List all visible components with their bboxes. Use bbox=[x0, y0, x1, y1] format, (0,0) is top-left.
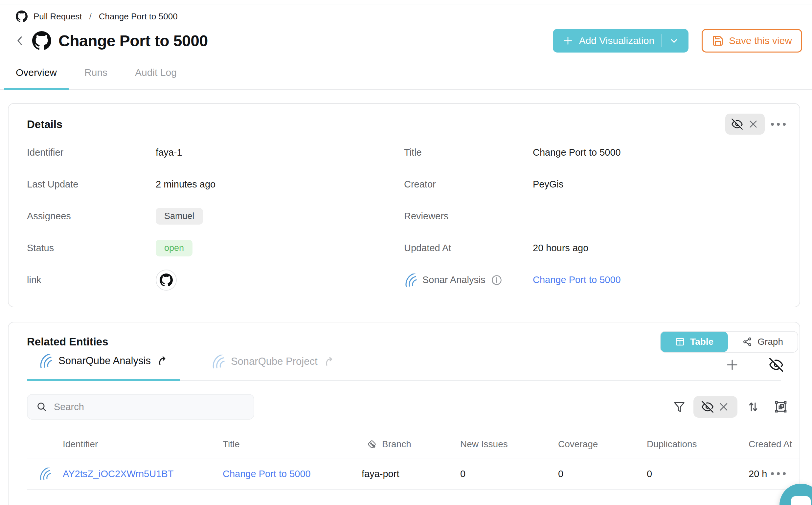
group-by-icon[interactable] bbox=[774, 400, 787, 413]
toggle-table-label: Table bbox=[690, 337, 713, 347]
field-status: Status open bbox=[27, 232, 404, 264]
graph-icon bbox=[743, 337, 752, 347]
relation-arrow-icon bbox=[324, 356, 335, 367]
breadcrumb-entity-type[interactable]: Pull Request bbox=[33, 11, 82, 22]
field-label: Creator bbox=[404, 179, 533, 190]
search-box bbox=[27, 394, 254, 419]
row-identifier-link[interactable]: AY2tsZ_iOC2XWrn5U1BT bbox=[63, 469, 173, 479]
add-visualization-button[interactable]: Add Visualization bbox=[553, 29, 689, 52]
column-identifier[interactable]: Identifier bbox=[63, 439, 223, 450]
toggle-graph[interactable]: Graph bbox=[728, 332, 798, 352]
tab-sonarqube-project[interactable]: SonarQube Project bbox=[199, 354, 347, 380]
row-duplications: 0 bbox=[647, 469, 749, 479]
column-branch-label: Branch bbox=[382, 439, 411, 450]
sonar-icon bbox=[211, 355, 225, 368]
search-input[interactable] bbox=[54, 401, 245, 412]
eye-off-icon[interactable] bbox=[702, 401, 713, 413]
add-visualization-label: Add Visualization bbox=[579, 35, 655, 46]
field-sonar-analysis: Sonar Analysis Change Port to 5000 bbox=[404, 264, 781, 296]
field-identifier: Identifier faya-1 bbox=[27, 137, 404, 168]
field-label: Last Update bbox=[27, 179, 156, 190]
button-divider bbox=[662, 34, 662, 47]
field-assignees: Assignees Samuel bbox=[27, 200, 404, 232]
entity-tabs: SonarQube Analysis SonarQube Project bbox=[27, 354, 781, 381]
filter-icon[interactable] bbox=[673, 400, 685, 413]
field-label: Reviewers bbox=[404, 211, 533, 222]
tab-label: SonarQube Analysis bbox=[58, 355, 151, 367]
tab-runs[interactable]: Runs bbox=[72, 65, 119, 89]
breadcrumb-separator: / bbox=[89, 11, 91, 22]
view-toggle: Table Graph bbox=[660, 331, 798, 353]
page: Pull Request / Change Port to 5000 Chang… bbox=[0, 0, 812, 505]
field-last-update: Last Update 2 minutes ago bbox=[27, 168, 404, 200]
field-creator: Creator PeyGis bbox=[404, 168, 781, 200]
plus-icon bbox=[563, 35, 573, 46]
sonar-icon bbox=[404, 274, 417, 287]
tab-overview[interactable]: Overview bbox=[4, 65, 69, 90]
field-label: Status bbox=[27, 243, 156, 254]
status-badge: open bbox=[156, 240, 192, 257]
sonar-analysis-link[interactable]: Change Port to 5000 bbox=[533, 275, 621, 285]
field-reviewers: Reviewers bbox=[404, 200, 781, 232]
back-button[interactable] bbox=[13, 31, 28, 50]
eye-off-icon[interactable] bbox=[769, 358, 783, 372]
field-value: Change Port to 5000 bbox=[533, 147, 621, 158]
save-icon bbox=[712, 35, 723, 47]
column-new-issues[interactable]: New Issues bbox=[460, 439, 558, 450]
row-branch: faya-port bbox=[362, 469, 460, 479]
info-icon[interactable] bbox=[491, 274, 503, 286]
search-icon bbox=[36, 401, 47, 412]
row-new-issues: 0 bbox=[460, 469, 558, 479]
row-coverage: 0 bbox=[558, 469, 647, 479]
field-link: link bbox=[27, 264, 404, 296]
github-link-icon[interactable] bbox=[156, 270, 177, 291]
page-title: Change Port to 5000 bbox=[58, 32, 208, 50]
eye-off-icon[interactable] bbox=[732, 119, 743, 130]
field-label: Identifier bbox=[27, 147, 156, 158]
chevron-down-icon[interactable] bbox=[669, 36, 679, 45]
row-more-icon[interactable] bbox=[771, 472, 786, 475]
column-coverage[interactable]: Coverage bbox=[558, 439, 647, 450]
field-value: faya-1 bbox=[156, 147, 182, 158]
page-tabs: Overview Runs Audit Log bbox=[0, 65, 812, 90]
save-this-view-button[interactable]: Save this view bbox=[702, 29, 802, 52]
save-this-view-label: Save this view bbox=[729, 35, 792, 46]
top-divider bbox=[0, 5, 812, 5]
table-row: AY2tsZ_iOC2XWrn5U1BT Change Port to 5000… bbox=[27, 458, 800, 490]
field-label: Updated At bbox=[404, 243, 533, 254]
relation-arrow-icon bbox=[157, 355, 168, 366]
title-row: Change Port to 5000 Add Visualization Sa… bbox=[13, 28, 802, 54]
github-icon bbox=[16, 10, 28, 22]
row-title-link[interactable]: Change Port to 5000 bbox=[223, 469, 311, 479]
sonar-icon bbox=[39, 354, 52, 368]
chat-bubble-icon bbox=[791, 496, 811, 505]
sort-icon[interactable] bbox=[747, 400, 760, 413]
close-icon[interactable] bbox=[718, 401, 729, 412]
details-more-icon[interactable] bbox=[771, 123, 786, 126]
field-value: 2 minutes ago bbox=[156, 179, 215, 190]
column-branch[interactable]: Branch bbox=[362, 439, 460, 450]
property-diamond-icon bbox=[366, 439, 377, 450]
tab-sonarqube-analysis[interactable]: SonarQube Analysis bbox=[27, 354, 180, 381]
tab-label: SonarQube Project bbox=[231, 356, 318, 367]
github-icon bbox=[32, 31, 51, 50]
add-tab-icon[interactable] bbox=[725, 358, 739, 372]
toggle-graph-label: Graph bbox=[758, 337, 783, 347]
details-card: Details Identifier faya-1 Last Update 2 … bbox=[8, 103, 800, 307]
breadcrumb: Pull Request / Change Port to 5000 bbox=[16, 10, 178, 22]
sonar-icon bbox=[27, 468, 63, 480]
column-title[interactable]: Title bbox=[223, 439, 362, 450]
field-updated-at: Updated At 20 hours ago bbox=[404, 232, 781, 264]
field-label: Sonar Analysis bbox=[423, 275, 485, 285]
related-entities-title: Related Entities bbox=[27, 336, 109, 348]
close-icon[interactable] bbox=[748, 119, 759, 129]
toggle-table[interactable]: Table bbox=[661, 332, 728, 352]
table-header: Identifier Title Branch New Issues Cover… bbox=[27, 431, 800, 458]
details-fields: Identifier faya-1 Last Update 2 minutes … bbox=[27, 137, 781, 296]
related-entities-card: Related Entities Table Graph SonarQub bbox=[8, 322, 800, 505]
column-duplications[interactable]: Duplications bbox=[647, 439, 749, 450]
tab-audit-log[interactable]: Audit Log bbox=[123, 65, 188, 89]
breadcrumb-current: Change Port to 5000 bbox=[99, 11, 178, 22]
table-toolbar bbox=[673, 394, 787, 419]
column-created-at[interactable]: Created At bbox=[749, 439, 800, 450]
